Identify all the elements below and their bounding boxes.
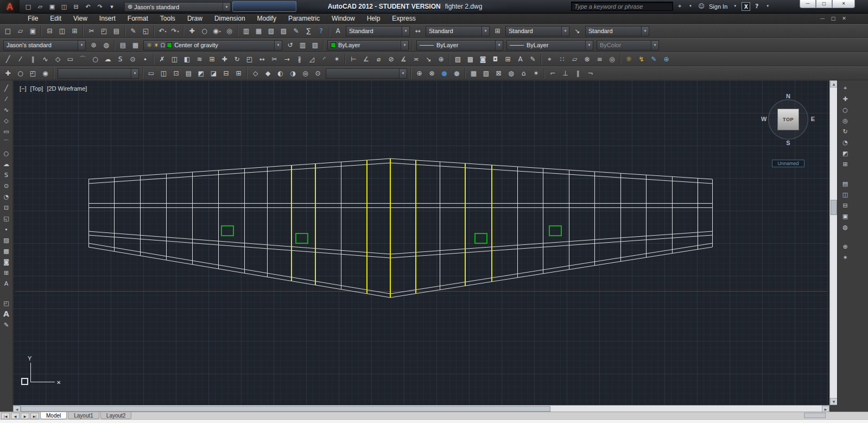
layer-states-button[interactable]: ▥ [296, 39, 309, 51]
style-brush-button[interactable]: ✎ [648, 53, 660, 65]
layer-previous-button[interactable]: ↺ [284, 39, 296, 51]
copy-button[interactable]: ◫ [168, 53, 181, 65]
draw-mline-button[interactable]: ∥ [27, 53, 39, 65]
undo-flyout-arrow[interactable]: ▾ [165, 29, 167, 33]
palette-ellipse-button[interactable]: ⊙ [1, 180, 12, 191]
draw-polyline-button[interactable]: ∿ [39, 53, 52, 65]
plotstyle-dropdown-arrow[interactable]: ▾ [651, 41, 658, 50]
lighting-button[interactable]: ↯ [635, 53, 648, 65]
dim-style-button[interactable]: ↔ [411, 25, 424, 37]
properties-palette-button[interactable]: ▥ [240, 25, 252, 37]
draw-rectangle-button[interactable]: ▭ [64, 53, 77, 65]
table-button[interactable]: ⊞ [502, 53, 514, 65]
zoom-rect-button[interactable]: ◰ [27, 67, 39, 79]
palette-arc-button[interactable]: ⌒ [1, 137, 12, 148]
window-minimize-button[interactable]: — [800, 0, 816, 8]
match-properties-button[interactable]: ✎ [127, 25, 140, 37]
vertical-scrollbar[interactable]: ▲ ▼ [829, 80, 837, 405]
motion-path-button[interactable]: ⌂ [517, 67, 530, 79]
palette-insert-block-button[interactable]: ⊡ [1, 202, 12, 213]
application-menu-button[interactable]: A [0, 0, 20, 14]
mleader-style-button[interactable]: ↘ [571, 25, 584, 37]
search-caret-icon[interactable]: ▾ [686, 2, 695, 11]
palette-table-button[interactable]: ⊞ [1, 267, 12, 278]
list-button[interactable]: ≡ [593, 53, 606, 65]
tab-layout2[interactable]: Layout2 [100, 412, 132, 419]
mesh-smooth-button[interactable]: ▤ [840, 178, 851, 189]
web-tools-button[interactable]: ⊕ [660, 53, 673, 65]
plot-preview-button[interactable]: ◫ [56, 25, 68, 37]
palette-wipeout-button[interactable]: ◰ [1, 298, 12, 308]
explode-button[interactable]: ✶ [331, 53, 343, 65]
draw-xline-button[interactable]: ⁄ [14, 53, 27, 65]
viewcube[interactable]: N S W E TOP [762, 93, 814, 146]
tab-nav-2[interactable]: ▶ [21, 413, 29, 419]
dim-quick-button[interactable]: ≍ [410, 53, 422, 65]
copy-clip-button[interactable]: ◰ [98, 25, 110, 37]
dim-diameter-button[interactable]: ⊘ [385, 53, 397, 65]
drawing-canvas[interactable]: Y✕ [−][Top][2D Wireframe] N S W E TOP Un… [13, 80, 829, 405]
palette-annotation-button[interactable]: ✎ [1, 319, 12, 330]
menu-insert[interactable]: Insert [93, 14, 122, 24]
workspace-settings-button[interactable]: ⊛ [87, 39, 100, 51]
window-maximize-button[interactable]: □ [816, 0, 832, 8]
layer-manager-button[interactable]: ▦ [129, 39, 142, 51]
multileader-button[interactable]: ↘ [422, 53, 435, 65]
save-button[interactable]: ▣ [27, 25, 39, 37]
render-region-button[interactable]: ⊕ [413, 67, 426, 79]
area-button[interactable]: ▱ [568, 53, 581, 65]
color-dropdown-arrow[interactable]: ▾ [401, 41, 408, 50]
mleader-style-dropdown-arrow[interactable]: ▾ [641, 27, 649, 36]
menu-draw[interactable]: Draw [181, 14, 208, 24]
plot-button[interactable]: ⊟ [43, 25, 56, 37]
menu-format[interactable]: Format [122, 14, 154, 24]
block-editor-button[interactable]: ◱ [140, 25, 152, 37]
lineweight-dropdown[interactable]: ByLayer▾ [506, 40, 593, 50]
viewport-clip-button[interactable]: ▤ [182, 67, 195, 79]
zoom-window-button[interactable]: ◉▾ [211, 25, 223, 37]
qat-undo-button[interactable]: ↶ [83, 2, 93, 12]
search-binoculars-icon[interactable]: ⌖ [675, 2, 684, 11]
lineweight-dropdown-arrow[interactable]: ▾ [585, 41, 593, 50]
draw-arc-button[interactable]: ⌒ [77, 53, 89, 65]
section-jog-button[interactable]: ⊕ [840, 241, 851, 252]
region-button[interactable]: ◙ [477, 53, 489, 65]
render-crop-button[interactable]: ⊗ [426, 67, 438, 79]
text-style-dropdown[interactable]: Standard▾ [346, 26, 410, 36]
nav-full-button[interactable]: ◩ [840, 148, 851, 159]
markup-manager-button[interactable]: ✎ [290, 25, 302, 37]
gradient-button[interactable]: ▩ [464, 53, 477, 65]
palette-spline-button[interactable]: S [1, 169, 12, 180]
tolerance-button[interactable]: ⊕ [435, 53, 447, 65]
palette-line-button[interactable]: ╱ [1, 83, 12, 93]
layer-isolate-button[interactable]: ▧ [309, 39, 321, 51]
viewport-single-button[interactable]: ▭ [145, 67, 157, 79]
viewcube-south[interactable]: S [762, 140, 814, 146]
orbit-continuous-button[interactable]: ◆ [262, 67, 274, 79]
menu-tools[interactable]: Tools [154, 14, 181, 24]
menu-modify[interactable]: Modify [251, 14, 282, 24]
tabs-resize-grip[interactable] [804, 413, 826, 418]
render-sphere-button[interactable]: ● [438, 67, 451, 79]
exchange-apps-button[interactable]: X [742, 2, 750, 11]
sign-in-button[interactable]: Sign In [708, 3, 728, 10]
dim-linear-button[interactable]: ⊢ [347, 53, 360, 65]
palette-ellipse-arc-button[interactable]: ◔ [1, 191, 12, 202]
scroll-up-arrow[interactable]: ▲ [830, 80, 838, 87]
draw-ellipse-button[interactable]: ⊙ [126, 53, 139, 65]
tab-nav-0[interactable]: |◀ [1, 413, 10, 419]
lights-button[interactable]: ▦ [467, 67, 480, 79]
workspace-dropdown-arrow[interactable]: ▾ [78, 41, 85, 50]
extend-button[interactable]: → [281, 53, 293, 65]
dim-style-dropdown-arrow[interactable]: ▾ [481, 27, 489, 36]
draw-line-button[interactable]: ╱ [2, 53, 14, 65]
palette-text-button[interactable]: A [1, 308, 12, 319]
dim-style-dropdown[interactable]: Standard▾ [426, 26, 490, 36]
titlebar-workspace-arrow[interactable]: ▾ [223, 3, 230, 11]
ucs-world-button[interactable]: ⊥ [559, 67, 572, 79]
menu-dimension[interactable]: Dimension [208, 14, 251, 24]
view-front-button[interactable]: ◪ [207, 67, 220, 79]
view-side-button[interactable]: ⊟ [220, 67, 232, 79]
workspace-dropdown[interactable]: Jason's standard▾ [3, 40, 86, 50]
qat-plot-button[interactable]: ⊟ [71, 2, 81, 12]
